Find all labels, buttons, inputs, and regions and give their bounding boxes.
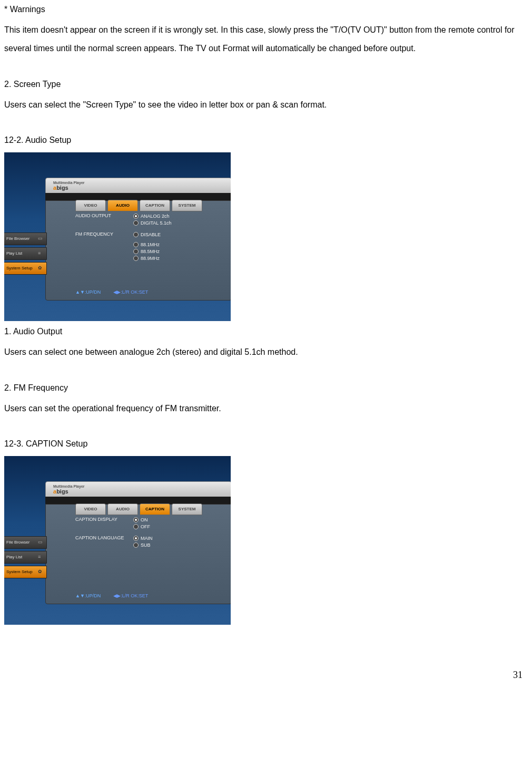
option-fm-889[interactable]: 88.9MHz <box>133 256 223 261</box>
brand-logo: Multimedia Player abigs <box>53 485 85 495</box>
option-caption-off[interactable]: OFF <box>133 524 223 529</box>
audio-setup-screenshot: Multimedia Player abigs File Browser ▭ P… <box>4 152 231 321</box>
option-label: OFF <box>141 525 150 529</box>
option-label: 88.1MHz <box>141 243 160 247</box>
side-buttons: File Browser ▭ Play List ≡ System Setup … <box>4 232 47 277</box>
sidebar-item-play-list[interactable]: Play List ≡ <box>4 551 47 564</box>
option-label: ANALOG 2ch <box>141 214 170 219</box>
audio-setup-heading: 12-2. Audio Setup <box>4 131 528 149</box>
option-analog-2ch[interactable]: ANALOG 2ch <box>133 214 223 219</box>
tabs: VIDEO AUDIO CAPTION SYSTEM <box>75 200 202 211</box>
option-label: DIGITAL 5.1ch <box>141 221 172 226</box>
monitor-icon: ▭ <box>38 236 43 241</box>
option-caption-on[interactable]: ON <box>133 517 223 522</box>
list-icon: ≡ <box>38 555 43 560</box>
tab-caption[interactable]: CAPTION <box>140 503 170 515</box>
gear-icon: ✿ <box>38 569 43 575</box>
nav-hints: ▲▼:UP/DN ◀▶:L/R OK:SET <box>75 290 148 295</box>
audio-output-body: Users can select one between analogue 2c… <box>4 343 528 361</box>
screen-type-body: Users can select the "Screen Type" to se… <box>4 95 528 114</box>
hint-lr-ok: ◀▶:L/R OK:SET <box>113 290 148 295</box>
tab-system[interactable]: SYSTEM <box>172 503 202 515</box>
hint-updn: ▲▼:UP/DN <box>75 594 101 598</box>
option-label: 88.5MHz <box>141 249 160 254</box>
sidebar-item-file-browser[interactable]: File Browser ▭ <box>4 536 47 549</box>
radio-icon <box>133 542 139 548</box>
sidebar-item-label: File Browser <box>6 540 29 545</box>
option-label: MAIN <box>141 536 153 541</box>
radio-icon <box>133 536 139 541</box>
device-blackbar <box>45 497 231 504</box>
brand-logo: Multimedia Player abigs <box>53 181 85 191</box>
fm-body: Users can set the operational frequency … <box>4 399 528 418</box>
radio-icon <box>133 220 139 226</box>
sidebar-item-system-setup[interactable]: System Setup ✿ <box>4 566 47 578</box>
page-number: 31 <box>513 665 523 686</box>
device-mainbox: File Browser ▭ Play List ≡ System Setup … <box>45 504 231 604</box>
list-icon: ≡ <box>38 251 43 256</box>
radio-icon <box>133 256 139 261</box>
device-ui: Multimedia Player abigs File Browser ▭ P… <box>45 178 231 300</box>
option-fm-885[interactable]: 88.5MHz <box>133 249 223 254</box>
tab-video[interactable]: VIDEO <box>75 503 106 515</box>
device-ui: Multimedia Player abigs File Browser ▭ P… <box>45 481 231 604</box>
tabs: VIDEO AUDIO CAPTION SYSTEM <box>75 503 202 515</box>
tab-audio[interactable]: AUDIO <box>107 200 138 211</box>
radio-icon <box>133 232 139 237</box>
device-mainbox: File Browser ▭ Play List ≡ System Setup … <box>45 200 231 301</box>
device-topbar: Multimedia Player abigs <box>45 178 231 193</box>
sidebar-item-label: System Setup <box>6 570 33 574</box>
radio-icon <box>133 242 139 247</box>
sidebar-item-label: File Browser <box>6 237 29 241</box>
screen-type-heading: 2. Screen Type <box>4 75 528 93</box>
settings-content: CAPTION DISPLAY ON OFF CAPTION LANGUAGE … <box>75 517 223 551</box>
device-topbar: Multimedia Player abigs <box>45 481 231 497</box>
option-digital-51ch[interactable]: DIGITAL 5.1ch <box>133 220 223 226</box>
settings-content: AUDIO OUTPUT ANALOG 2ch DIGITAL 5.1ch FM… <box>75 214 223 264</box>
option-label: ON <box>141 518 148 522</box>
sidebar-item-file-browser[interactable]: File Browser ▭ <box>4 232 47 245</box>
radio-icon <box>133 524 139 529</box>
option-fm-disable[interactable]: DISABLE <box>133 232 223 237</box>
sidebar-item-label: Play List <box>6 251 22 256</box>
document-page: * Warnings This item doesn't appear on t… <box>0 0 532 689</box>
option-label: 88.9MHz <box>141 256 160 261</box>
hint-updn: ▲▼:UP/DN <box>75 290 101 295</box>
setting-label-fm-frequency: FM FREQUENCY <box>75 232 133 263</box>
warnings-body: This item doesn't appear on the screen i… <box>4 21 528 57</box>
caption-setup-heading: 12-3. CAPTION Setup <box>4 434 528 453</box>
audio-output-heading: 1. Audio Output <box>4 322 528 341</box>
radio-icon <box>133 249 139 254</box>
device-blackbar <box>45 193 231 200</box>
option-caption-sub[interactable]: SUB <box>133 542 223 548</box>
sidebar-item-label: Play List <box>6 555 22 559</box>
fm-heading: 2. FM Frequency <box>4 379 528 397</box>
monitor-icon: ▭ <box>38 540 43 545</box>
side-buttons: File Browser ▭ Play List ≡ System Setup … <box>4 536 47 580</box>
option-fm-881[interactable]: 88.1MHz <box>133 242 223 247</box>
gear-icon: ✿ <box>38 266 43 271</box>
option-label: SUB <box>141 543 151 548</box>
radio-icon <box>133 214 139 219</box>
hint-lr-ok: ◀▶:L/R OK:SET <box>113 594 148 598</box>
radio-icon <box>133 517 139 522</box>
nav-hints: ▲▼:UP/DN ◀▶:L/R OK:SET <box>75 594 148 598</box>
option-label: DISABLE <box>141 232 161 237</box>
warnings-heading: * Warnings <box>4 0 528 18</box>
setting-label-caption-language: CAPTION LANGUAGE <box>75 536 133 549</box>
tab-caption[interactable]: CAPTION <box>140 200 170 211</box>
sidebar-item-play-list[interactable]: Play List ≡ <box>4 247 47 260</box>
tab-audio[interactable]: AUDIO <box>107 503 138 515</box>
option-caption-main[interactable]: MAIN <box>133 536 223 541</box>
setting-label-audio-output: AUDIO OUTPUT <box>75 214 133 227</box>
tab-system[interactable]: SYSTEM <box>172 200 202 211</box>
tab-video[interactable]: VIDEO <box>75 200 106 211</box>
sidebar-item-system-setup[interactable]: System Setup ✿ <box>4 262 47 275</box>
sidebar-item-label: System Setup <box>6 266 33 270</box>
caption-setup-screenshot: Multimedia Player abigs File Browser ▭ P… <box>4 456 231 625</box>
setting-label-caption-display: CAPTION DISPLAY <box>75 517 133 531</box>
